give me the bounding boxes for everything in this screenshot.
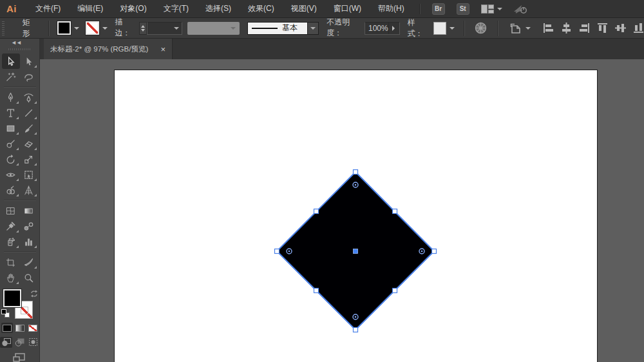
blend-tool[interactable] <box>20 218 38 234</box>
stroke-weight-stepper[interactable] <box>139 22 147 35</box>
align-right-icon[interactable] <box>579 23 590 33</box>
line-segment-tool[interactable] <box>20 105 38 120</box>
menu-edit[interactable]: 编辑(E) <box>69 0 111 17</box>
share-button[interactable] <box>513 3 529 15</box>
document-tab[interactable]: 未标题-2* @ 97% (RGB/预览) × <box>44 39 173 59</box>
graphic-style-swatch[interactable] <box>433 22 446 35</box>
stroke-weight-link[interactable]: 描边： <box>115 17 135 40</box>
default-fill-chip <box>1 309 6 314</box>
paintbrush-tool[interactable] <box>20 120 38 136</box>
panel-drag-handle[interactable] <box>8 48 32 50</box>
slice-tool[interactable] <box>20 254 38 270</box>
pen-tool[interactable] <box>2 90 20 105</box>
stroke-color-dropdown[interactable] <box>86 21 108 35</box>
hand-icon <box>5 272 16 283</box>
align-top-icon[interactable] <box>597 23 608 33</box>
select-similar-dropdown[interactable] <box>509 23 531 34</box>
curvature-tool[interactable] <box>20 90 38 105</box>
column-graph-tool[interactable] <box>20 234 38 249</box>
menu-window[interactable]: 窗口(W) <box>325 0 370 17</box>
zoom-tool[interactable] <box>20 270 38 285</box>
type-tool[interactable] <box>2 105 20 120</box>
opacity-link[interactable]: 不透明度： <box>327 17 361 40</box>
swap-fill-stroke-icon[interactable] <box>30 290 38 298</box>
pasteboard[interactable] <box>40 59 644 362</box>
draw-normal-button[interactable] <box>0 337 12 348</box>
opacity-value: 100% <box>365 24 388 33</box>
tool-grid <box>2 53 38 285</box>
bridge-button[interactable]: Br <box>432 3 445 15</box>
illustrator-window: Ai 文件(F) 编辑(E) 对象(O) 文字(T) 选择(S) 效果(C) 视… <box>0 0 644 362</box>
panel-grip[interactable] <box>2 21 5 35</box>
width-tool-icon <box>5 169 16 180</box>
align-bottom-icon[interactable] <box>633 23 644 33</box>
fill-color-swatch[interactable] <box>57 21 71 35</box>
chevron-down-icon <box>310 27 316 30</box>
fill-color-dropdown[interactable] <box>57 21 79 35</box>
opacity-presets-button[interactable] <box>388 23 399 34</box>
menu-object[interactable]: 对象(O) <box>111 0 155 17</box>
share-icon <box>513 3 529 15</box>
menu-view[interactable]: 视图(V) <box>283 0 325 17</box>
screen-mode-button[interactable] <box>13 353 27 362</box>
color-button[interactable] <box>1 323 13 333</box>
align-horizontal-center-icon[interactable] <box>561 23 572 33</box>
flyout-indicator <box>16 281 19 284</box>
magic-wand-tool[interactable] <box>2 69 20 84</box>
stepper-up-icon[interactable] <box>141 25 145 28</box>
graphic-style-dropdown[interactable] <box>431 22 455 35</box>
collapse-panel-button[interactable]: ◄◄ <box>0 39 39 46</box>
lasso-tool[interactable] <box>20 69 38 84</box>
rectangle-tool[interactable] <box>2 120 20 136</box>
artboard-tool[interactable] <box>2 254 20 270</box>
gradient-tool[interactable] <box>20 203 38 218</box>
menu-type[interactable]: 文字(T) <box>155 0 197 17</box>
draw-inside-button[interactable] <box>27 337 39 348</box>
align-left-icon[interactable] <box>543 23 554 33</box>
scale-tool[interactable] <box>20 151 38 167</box>
selection-tool[interactable] <box>2 53 20 69</box>
draw-behind-button[interactable] <box>14 337 26 348</box>
workspace-switcher[interactable] <box>481 5 502 14</box>
width-profile-dropdown[interactable]: 基本 <box>247 22 319 35</box>
menu-file[interactable]: 文件(F) <box>27 0 69 17</box>
shape-builder-icon <box>5 185 16 196</box>
align-vertical-center-icon[interactable] <box>615 23 626 33</box>
stroke-none-swatch[interactable] <box>86 21 99 35</box>
stock-button[interactable]: St <box>457 3 469 15</box>
divider <box>419 4 420 14</box>
stroke-weight-field[interactable] <box>147 22 182 35</box>
close-tab-icon[interactable]: × <box>160 45 166 53</box>
default-fill-stroke-icon[interactable] <box>1 309 10 318</box>
direct-selection-tool[interactable] <box>20 53 38 69</box>
style-label: 样式： <box>408 17 428 39</box>
mesh-icon <box>5 205 16 216</box>
shaper-tool[interactable] <box>2 136 20 151</box>
rotate-tool[interactable] <box>2 151 20 167</box>
perspective-grid-tool[interactable] <box>20 182 38 198</box>
gradient-button[interactable] <box>14 323 26 333</box>
shaper-icon <box>5 138 16 149</box>
width-profile-preview[interactable]: 基本 <box>247 22 308 35</box>
menu-effect[interactable]: 效果(C) <box>240 0 283 17</box>
free-transform-tool[interactable] <box>20 167 38 182</box>
direct-selection-arrow-icon <box>23 56 34 67</box>
draw-inside-icon <box>28 338 38 347</box>
menu-select[interactable]: 选择(S) <box>197 0 240 17</box>
opacity-field[interactable]: 100% <box>365 22 400 35</box>
eyedropper-tool[interactable] <box>2 218 20 234</box>
flyout-indicator <box>34 117 37 119</box>
none-button[interactable] <box>27 323 39 333</box>
stepper-down-icon[interactable] <box>141 29 145 32</box>
width-tool[interactable] <box>2 167 20 182</box>
symbol-sprayer-tool[interactable] <box>2 234 20 249</box>
eraser-tool[interactable] <box>20 136 38 151</box>
menu-help[interactable]: 帮助(H) <box>370 0 413 17</box>
recolor-artwork-button[interactable] <box>475 22 487 34</box>
width-profile-chevron-button[interactable] <box>308 22 319 35</box>
hand-tool[interactable] <box>2 270 20 285</box>
shape-builder-tool[interactable] <box>2 182 20 198</box>
mesh-tool[interactable] <box>2 203 20 218</box>
fill-proxy-swatch[interactable] <box>3 289 21 307</box>
center-point-handle[interactable] <box>354 249 358 254</box>
